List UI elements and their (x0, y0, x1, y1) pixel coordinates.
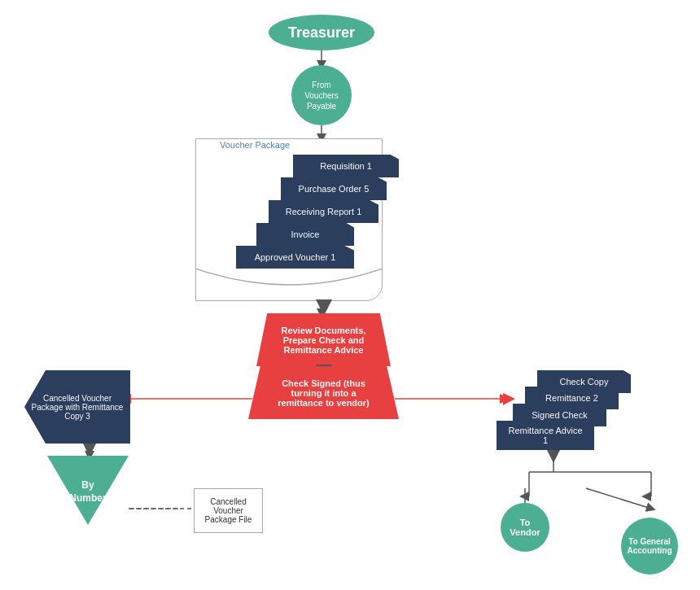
svg-line-10 (586, 488, 651, 509)
from-vouchers-label: From Vouchers Payable (304, 80, 339, 111)
to-general-accounting-circle: To General Accounting (621, 518, 678, 575)
doc-approved-voucher-label: Approved Voucher 1 (255, 252, 336, 262)
cancelled-voucher-shape: Cancelled VoucherPackage with Remittance… (24, 370, 130, 444)
arrow-from-stack (547, 450, 560, 463)
diagram: Treasurer From Vouchers Payable Voucher … (0, 0, 700, 590)
doc-invoice: Invoice (256, 223, 354, 246)
svg-marker-16 (83, 444, 96, 457)
doc-requisition: Requisition 1 (293, 155, 399, 177)
svg-text:By: By (81, 479, 94, 491)
svg-text:Number: Number (69, 492, 107, 504)
cancelled-voucher-label: Cancelled VoucherPackage with Remittance… (32, 394, 124, 421)
doc-receiving-report-label: Receiving Report 1 (286, 207, 362, 216)
doc-invoice-label: Invoice (291, 229, 320, 239)
doc-signed-check-label: Signed Check (532, 410, 588, 420)
doc-remittance-advice-label: Remittance Advice1 (508, 426, 582, 445)
doc-remittance-advice: Remittance Advice1 (497, 421, 594, 450)
by-number-triangle: By Number (47, 456, 129, 528)
doc-check-copy-label: Check Copy (560, 377, 609, 387)
treasurer-label: Treasurer (288, 24, 355, 42)
doc-purchase-order-label: Purchase Order 5 (299, 184, 370, 194)
check-signed-label: Check Signed (thusturning it into aremit… (278, 378, 369, 408)
arrow-to-bynumber (83, 444, 96, 457)
cancelled-file-box: Cancelled Voucher Package File (194, 488, 263, 533)
doc-receiving-report: Receiving Report 1 (269, 200, 378, 223)
review-docs-shape: Review Documents,Prepare Check andRemitt… (256, 313, 391, 366)
treasurer-ellipse: Treasurer (269, 15, 374, 50)
dash-line (129, 505, 194, 513)
check-signed-shape: Check Signed (thusturning it into aremit… (248, 366, 399, 419)
cancelled-file-label: Cancelled Voucher Package File (205, 497, 252, 524)
svg-marker-21 (503, 393, 515, 405)
to-vendor-label: To Vendor (510, 518, 540, 537)
doc-requisition-label: Requisition 1 (320, 161, 372, 171)
doc-purchase-order: Purchase Order 5 (281, 177, 387, 200)
review-docs-label: Review Documents,Prepare Check andRemitt… (282, 326, 366, 355)
arrow-to-right-stack (503, 393, 515, 405)
from-vouchers-ellipse: From Vouchers Payable (291, 65, 352, 125)
to-vendor-circle: To Vendor (501, 503, 549, 552)
voucher-package-label: Voucher Package (220, 140, 290, 150)
doc-approved-voucher: Approved Voucher 1 (236, 246, 354, 269)
to-general-accounting-label: To General Accounting (628, 537, 672, 555)
doc-remittance-2-label: Remittance 2 (545, 393, 598, 403)
svg-marker-22 (547, 450, 560, 463)
